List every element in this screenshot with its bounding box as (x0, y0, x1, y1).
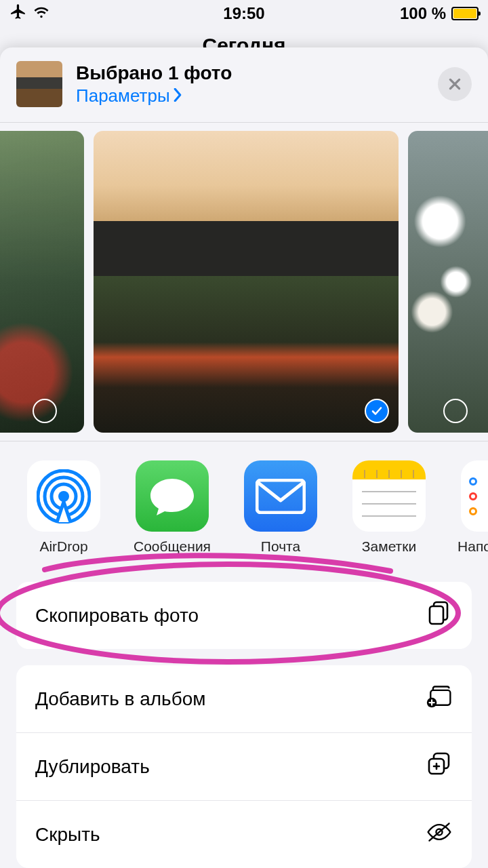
svg-rect-15 (430, 606, 443, 624)
status-time: 19:50 (223, 4, 264, 23)
photo-item[interactable] (408, 131, 488, 433)
copy-icon (426, 599, 453, 631)
action-label: Скрыть (35, 824, 100, 846)
battery-percent: 100 % (400, 4, 446, 23)
messages-icon (136, 460, 209, 532)
parameters-link[interactable]: Параметры (76, 85, 438, 106)
action-copy-photo[interactable]: Скопировать фото (16, 582, 472, 649)
app-label: Сообщения (134, 538, 211, 555)
status-bar: 19:50 100 % (0, 0, 488, 27)
photo-strip[interactable] (0, 123, 488, 441)
app-label: Почта (261, 538, 300, 555)
sheet-title: Выбрано 1 фото (76, 62, 438, 84)
duplicate-icon (426, 751, 453, 783)
app-label: Заметки (362, 538, 416, 555)
action-label: Дублировать (35, 756, 150, 778)
notes-icon (352, 460, 426, 532)
hide-icon (426, 818, 453, 850)
action-add-to-album[interactable]: Добавить в альбом (16, 665, 472, 732)
svg-rect-4 (257, 480, 304, 513)
action-label: Добавить в альбом (35, 688, 206, 710)
action-group-copy: Скопировать фото (16, 582, 472, 649)
mail-icon (244, 460, 317, 532)
action-hide[interactable]: Скрыть (16, 800, 472, 868)
share-app-airdrop[interactable]: AirDrop (27, 460, 100, 555)
wifi-icon (33, 4, 50, 23)
sheet-header: Выбрано 1 фото Параметры (0, 47, 488, 122)
photo-item[interactable] (0, 131, 84, 433)
share-app-reminders[interactable]: Напо (461, 460, 488, 555)
photo-item-selected[interactable] (94, 131, 399, 433)
action-group-main: Добавить в альбом Дублировать Скрыть (16, 665, 472, 868)
airplane-mode-icon (9, 3, 27, 24)
app-label: AirDrop (39, 538, 87, 555)
action-label: Скопировать фото (35, 605, 199, 627)
airdrop-icon (27, 460, 100, 532)
reminders-icon (461, 460, 488, 532)
share-sheet: Выбрано 1 фото Параметры (0, 47, 488, 868)
share-app-mail[interactable]: Почта (244, 460, 317, 555)
share-apps-row[interactable]: AirDrop Сообщения Почта Заметк (0, 441, 488, 566)
action-duplicate[interactable]: Дублировать (16, 732, 472, 800)
chevron-right-icon (173, 85, 182, 106)
close-button[interactable] (438, 67, 472, 101)
add-to-album-icon (426, 683, 453, 715)
header-thumbnail (16, 61, 62, 107)
actions-area: Скопировать фото Добавить в альбом Дубли… (0, 566, 488, 868)
share-app-notes[interactable]: Заметки (352, 460, 426, 555)
share-app-messages[interactable]: Сообщения (136, 460, 209, 555)
app-label: Напо (458, 538, 488, 555)
svg-line-21 (429, 823, 449, 840)
battery-icon (451, 7, 479, 20)
